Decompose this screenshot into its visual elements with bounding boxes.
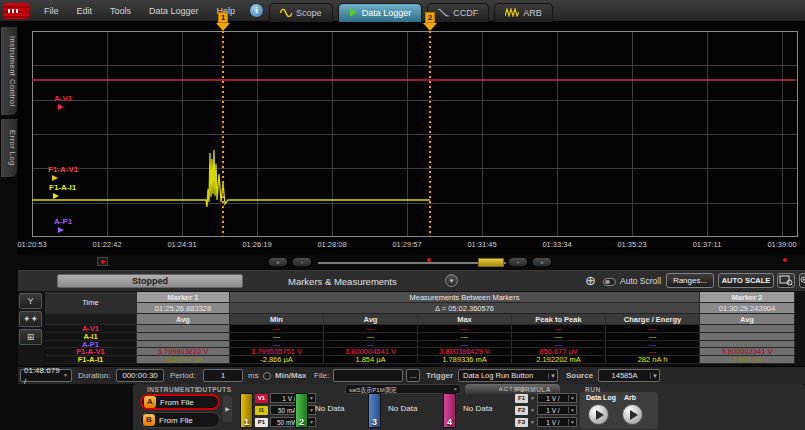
f3-scale-select[interactable]: 1 V /▼ bbox=[537, 417, 577, 427]
trace-label-a-p1[interactable]: A-P1 bbox=[54, 217, 72, 233]
marker-1-flag[interactable]: 1 bbox=[216, 12, 230, 31]
f3-badge[interactable]: F3 bbox=[515, 418, 528, 427]
output-3-bar[interactable]: 3 bbox=[368, 393, 381, 428]
auto-scroll-label: Auto Scroll bbox=[620, 276, 661, 286]
cell-min: --- bbox=[230, 341, 324, 349]
f2-badge[interactable]: F2 bbox=[515, 406, 528, 415]
tab-data-logger[interactable]: Data Logger bbox=[338, 3, 423, 22]
scroll-thumb[interactable] bbox=[478, 258, 504, 267]
scroll-next-button[interactable]: › bbox=[508, 257, 528, 267]
ranges-button[interactable]: Ranges... bbox=[666, 273, 714, 288]
output-2-bar[interactable]: 2 bbox=[295, 393, 308, 428]
crosshair-icon[interactable]: ⊕ bbox=[585, 274, 596, 288]
cell-min: -2.866 µA bbox=[230, 356, 324, 364]
zoom-region-button[interactable] bbox=[777, 273, 795, 288]
f1-scale-select[interactable]: 1 V /▼ bbox=[537, 393, 577, 403]
run-panel: Data Log Arb bbox=[580, 392, 658, 429]
f2-scale-select[interactable]: 1 V /▼ bbox=[537, 405, 577, 415]
marker-2-flag[interactable]: 2 bbox=[423, 12, 437, 31]
cell-charge: --- bbox=[606, 333, 700, 341]
cell-charge: --- bbox=[606, 341, 700, 349]
info-icon[interactable]: i bbox=[250, 4, 263, 17]
menu-tools[interactable]: Tools bbox=[101, 6, 140, 16]
instrument-b-label: From File bbox=[159, 416, 193, 425]
chevron-down-icon[interactable]: ▼ bbox=[530, 407, 535, 413]
expander-arrow-icon[interactable]: ▶ bbox=[223, 396, 232, 422]
markers-measurements-label[interactable]: Markers & Measurements bbox=[288, 276, 397, 287]
menu-edit[interactable]: Edit bbox=[68, 6, 102, 16]
output-3-no-data: No Data bbox=[388, 404, 417, 413]
chevron-down-icon[interactable]: ▼ bbox=[530, 419, 535, 425]
cell-m1 bbox=[137, 341, 230, 349]
row-label: F1-A-V1 bbox=[45, 348, 137, 356]
row-label: A-P1 bbox=[45, 341, 137, 349]
datalog-play-button[interactable] bbox=[588, 404, 609, 425]
x-tick: 01:39:00 bbox=[754, 240, 805, 249]
arb-play-button[interactable] bbox=[622, 404, 643, 425]
scroll-prev-button[interactable]: ‹ bbox=[292, 257, 312, 267]
close-icon[interactable]: × bbox=[453, 386, 457, 392]
v1-scale-select[interactable]: 1 V /▼ bbox=[270, 393, 316, 403]
x-tick: 01:22:42 bbox=[79, 240, 135, 249]
grid-view-icon[interactable]: ⊞ bbox=[19, 329, 42, 345]
x-tick: 01:31:45 bbox=[454, 240, 510, 249]
formula-header: FORMULA bbox=[515, 386, 551, 393]
sidebar-tab-error-log[interactable]: Error Log bbox=[1, 119, 17, 177]
instrument-a-button[interactable]: A From File bbox=[140, 394, 220, 410]
elapsed-time-dropdown[interactable]: 01:48.679 /▼ bbox=[20, 369, 72, 382]
auto-scale-button[interactable]: AUTO SCALE bbox=[718, 273, 774, 288]
probe-setup-icon[interactable]: Y bbox=[19, 293, 42, 309]
ccdf-curve-icon bbox=[438, 8, 449, 17]
f1-badge[interactable]: F1 bbox=[515, 394, 528, 403]
menu-file[interactable]: File bbox=[35, 6, 68, 16]
tab-scope[interactable]: Scope bbox=[269, 3, 333, 22]
marker1-header[interactable]: Marker 1 bbox=[137, 292, 230, 303]
tab-arb[interactable]: ARB bbox=[494, 3, 553, 22]
trace-label-f1-a-i1[interactable]: F1-A-I1 bbox=[49, 183, 76, 199]
output-1-bar[interactable]: 1 bbox=[240, 393, 253, 428]
chevron-down-icon[interactable]: ▾ bbox=[445, 274, 458, 287]
period-input[interactable]: 1 bbox=[203, 369, 243, 382]
cell-avg: 3.800004541 V bbox=[324, 348, 418, 356]
file-input[interactable] bbox=[333, 369, 403, 382]
source-select[interactable]: 14585A▼ bbox=[598, 369, 660, 382]
p1-badge[interactable]: P1 bbox=[255, 418, 268, 427]
waveform-plot[interactable] bbox=[32, 31, 798, 237]
duration-value[interactable]: 000:00:30 bbox=[116, 369, 164, 382]
trace-arrow-icon bbox=[53, 193, 59, 199]
scroll-last-button[interactable]: » bbox=[532, 257, 552, 267]
auto-scroll-toggle[interactable] bbox=[603, 278, 616, 286]
cell-avg: --- bbox=[324, 333, 418, 341]
col-header-m1-avg: Avg bbox=[137, 314, 230, 325]
i1-badge[interactable]: I1 bbox=[255, 406, 268, 415]
scroll-first-button[interactable]: « bbox=[268, 257, 288, 267]
zoom-region-icon bbox=[779, 275, 793, 286]
instruments-header: INSTRUMENTS bbox=[147, 386, 199, 393]
trace-label-a-v1[interactable]: A-V1 bbox=[54, 94, 72, 110]
chevron-down-icon[interactable]: ▼ bbox=[530, 395, 535, 401]
p1-scale-select[interactable]: 50 mW /▼ bbox=[270, 417, 316, 427]
v1-badge[interactable]: V1 bbox=[255, 394, 268, 403]
col-header-avg: Avg bbox=[324, 314, 418, 325]
marker2-header[interactable]: Marker 2 bbox=[700, 292, 795, 303]
output-4-bar[interactable]: 4 bbox=[443, 393, 456, 428]
sidebar-tab-instrument-control[interactable]: Instrument Control bbox=[1, 27, 17, 115]
menu-data-logger[interactable]: Data Logger bbox=[140, 6, 208, 16]
trace-label-f1-a-v1[interactable]: F1-A-V1 bbox=[48, 165, 78, 181]
instrument-b-button[interactable]: B From File bbox=[140, 412, 220, 428]
arb-wave-icon bbox=[505, 8, 519, 17]
file-label: File: bbox=[314, 371, 329, 380]
browse-button[interactable]: ... bbox=[406, 369, 420, 382]
col-header-min: Min bbox=[230, 314, 324, 325]
cell-min: --- bbox=[230, 325, 324, 333]
zoom-in-icon bbox=[800, 275, 805, 286]
trigger-select[interactable]: Data Log Run Button▼ bbox=[458, 369, 558, 382]
zoom-in-button[interactable] bbox=[799, 273, 805, 288]
marker-2-arrow-icon bbox=[423, 23, 437, 31]
marker1-time: 01:25:26.883328 bbox=[137, 303, 230, 314]
i1-scale-select[interactable]: 50 mA /▼ bbox=[270, 405, 316, 415]
cell-m1: 164.098 µA bbox=[137, 356, 230, 364]
stopped-button[interactable]: Stopped bbox=[57, 274, 243, 288]
markers-icon[interactable]: ✦✦ bbox=[19, 311, 42, 327]
minmax-checkbox[interactable] bbox=[263, 372, 271, 380]
